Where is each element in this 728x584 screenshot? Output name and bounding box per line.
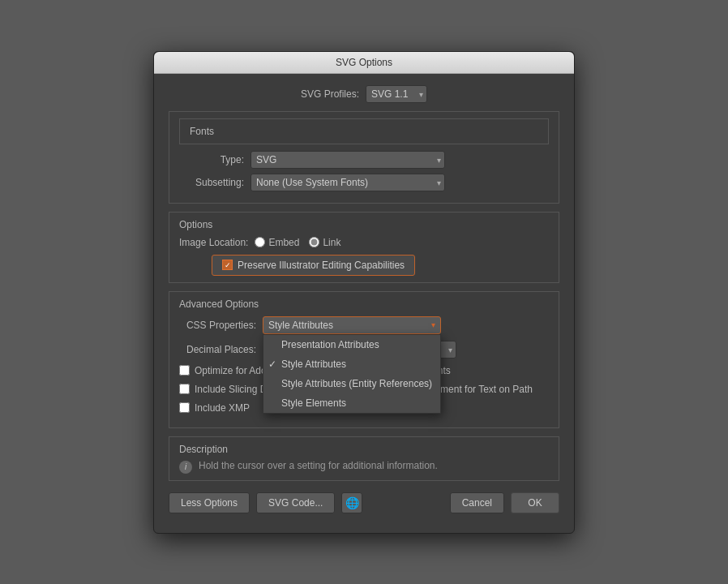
description-text: Hold the cursor over a setting for addit… bbox=[199, 460, 438, 471]
dropdown-item-style-label: Style Attributes bbox=[281, 359, 346, 370]
dropdown-item-presentation-label: Presentation Attributes bbox=[281, 339, 379, 350]
link-label: Link bbox=[323, 237, 340, 248]
svg-profiles-row: SVG Profiles: SVG 1.1 bbox=[169, 85, 559, 103]
decimal-places-label: Decimal Places: bbox=[179, 344, 256, 355]
embed-radio-item: Embed bbox=[255, 237, 299, 248]
fonts-subsetting-select-wrapper: None (Use System Fonts) bbox=[251, 174, 445, 191]
svg-code-button[interactable]: SVG Code... bbox=[256, 492, 335, 513]
preserve-checkbox-icon: ✓ bbox=[222, 260, 233, 270]
advanced-section-title: Advanced Options bbox=[179, 298, 549, 310]
dropdown-item-style-entity-label: Style Attributes (Entity References) bbox=[281, 378, 432, 389]
ok-button[interactable]: OK bbox=[511, 492, 559, 513]
options-section-title: Options bbox=[179, 219, 549, 230]
dropdown-item-style[interactable]: Style Attributes bbox=[263, 354, 440, 374]
description-body: i Hold the cursor over a setting for add… bbox=[179, 460, 549, 474]
fonts-subsetting-row: Subsetting: None (Use System Fonts) bbox=[179, 174, 549, 191]
svg-profiles-label: SVG Profiles: bbox=[301, 88, 359, 100]
image-location-row: Image Location: Embed Link bbox=[179, 237, 549, 248]
css-properties-label: CSS Properties: bbox=[179, 320, 256, 331]
options-section: Options Image Location: Embed Link ✓ bbox=[169, 212, 559, 283]
preserve-btn-label: Preserve Illustrator Editing Capabilitie… bbox=[238, 260, 405, 271]
css-properties-row: CSS Properties: Style Attributes ▾ Prese… bbox=[179, 316, 549, 334]
image-location-radios: Embed Link bbox=[255, 237, 340, 248]
svg-options-dialog: SVG Options SVG Profiles: SVG 1.1 Fonts … bbox=[153, 51, 575, 534]
cancel-button[interactable]: Cancel bbox=[450, 492, 504, 513]
fonts-type-row: Type: SVG bbox=[179, 151, 549, 169]
svg-profiles-select[interactable]: SVG 1.1 bbox=[366, 85, 427, 103]
info-icon: i bbox=[179, 461, 192, 474]
description-title: Description bbox=[179, 444, 549, 455]
fonts-section: Fonts Type: SVG Subsetting: None (Use Sy… bbox=[169, 111, 559, 204]
advanced-options-section: Advanced Options CSS Properties: Style A… bbox=[169, 291, 559, 428]
include-xmp-checkbox[interactable] bbox=[179, 402, 190, 413]
fonts-type-select[interactable]: SVG bbox=[251, 151, 445, 169]
less-options-button[interactable]: Less Options bbox=[169, 492, 250, 513]
link-radio[interactable] bbox=[309, 237, 319, 247]
include-xmp-label: Include XMP bbox=[195, 402, 250, 414]
buttons-row: Less Options SVG Code... 🌐 Cancel OK bbox=[169, 492, 559, 522]
description-section: Description i Hold the cursor over a set… bbox=[169, 436, 559, 481]
globe-icon[interactable]: 🌐 bbox=[341, 492, 362, 513]
embed-label: Embed bbox=[268, 237, 299, 248]
fonts-subsetting-label: Subsetting: bbox=[179, 177, 244, 188]
link-radio-item: Link bbox=[309, 237, 340, 248]
dropdown-arrow-icon: ▾ bbox=[431, 320, 435, 329]
image-location-label: Image Location: bbox=[179, 237, 248, 248]
fonts-type-label: Type: bbox=[179, 154, 244, 165]
css-properties-dropdown[interactable]: Style Attributes ▾ bbox=[263, 316, 441, 334]
fonts-type-select-wrapper: SVG bbox=[251, 151, 445, 169]
fonts-section-title: Fonts bbox=[179, 118, 549, 144]
dialog-title: SVG Options bbox=[336, 57, 392, 68]
css-selected-value: Style Attributes bbox=[268, 320, 333, 331]
dropdown-item-style-elements-label: Style Elements bbox=[281, 397, 346, 409]
dropdown-item-style-elements[interactable]: Style Elements bbox=[263, 393, 440, 413]
include-slicing-checkbox[interactable] bbox=[179, 384, 190, 394]
preserve-button[interactable]: ✓ Preserve Illustrator Editing Capabilit… bbox=[212, 255, 415, 276]
dialog-titlebar: SVG Options bbox=[154, 52, 574, 74]
dropdown-item-style-entity[interactable]: Style Attributes (Entity References) bbox=[263, 374, 440, 393]
embed-radio[interactable] bbox=[255, 237, 265, 247]
svg-profiles-select-wrapper: SVG 1.1 bbox=[366, 85, 427, 103]
fonts-subsetting-select[interactable]: None (Use System Fonts) bbox=[251, 174, 445, 191]
css-dropdown-menu: Presentation Attributes Style Attributes… bbox=[263, 334, 441, 414]
dropdown-item-presentation[interactable]: Presentation Attributes bbox=[263, 335, 440, 354]
optimize-checkbox[interactable] bbox=[179, 365, 190, 376]
